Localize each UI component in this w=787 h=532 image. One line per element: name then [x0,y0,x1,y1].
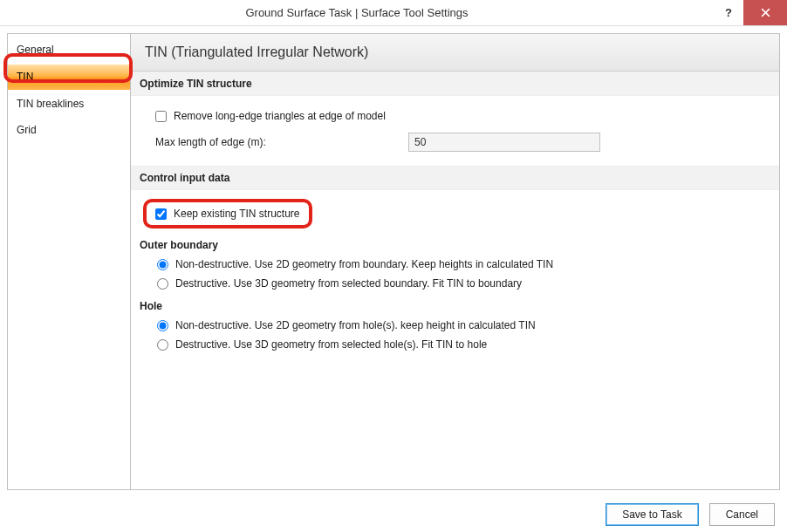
outer-nondestructive-label: Non-destructive. Use 2D geometry from bo… [175,258,553,270]
sidebar: General TIN TIN breaklines Grid [7,33,131,490]
hole-nondestructive-radio[interactable] [157,320,168,331]
hole-destructive-radio[interactable] [157,339,168,351]
save-to-task-button[interactable]: Save to Task [606,503,698,526]
keep-existing-checkbox[interactable] [155,208,167,220]
section-optimize-title: Optimize TIN structure [131,72,779,96]
section-control: Keep existing TIN structure [131,190,779,234]
outer-boundary-title: Outer boundary [140,239,779,251]
hole-nondestructive-label: Non-destructive. Use 2D geometry from ho… [175,319,536,331]
sidebar-item-tin-breaklines[interactable]: TIN breaklines [8,92,130,117]
cancel-button[interactable]: Cancel [709,503,775,526]
sidebar-item-grid[interactable]: Grid [8,118,130,143]
outer-nondestructive-radio[interactable] [157,259,168,270]
hole-destructive-label: Destructive. Use 3D geometry from select… [175,338,487,351]
titlebar: Ground Surface Task | Surface Tool Setti… [0,0,787,26]
window-title: Ground Surface Task | Surface Tool Setti… [0,6,714,19]
outer-destructive-label: Destructive. Use 3D geometry from select… [175,277,522,290]
help-button[interactable]: ? [714,0,743,25]
outer-destructive-radio[interactable] [157,278,168,290]
panel-heading: TIN (Triangulated Irregular Network) [131,34,779,72]
hole-group: Non-destructive. Use 2D geometry from ho… [157,319,779,351]
close-button[interactable] [743,0,787,25]
dialog-footer: Save to Task Cancel [0,497,787,532]
dialog-body: General TIN TIN breaklines Grid TIN (Tri… [0,26,787,497]
remove-long-edge-checkbox[interactable] [155,111,167,122]
sidebar-item-tin[interactable]: TIN [8,65,130,90]
outer-boundary-group: Non-destructive. Use 2D geometry from bo… [157,258,779,290]
max-length-input [408,133,600,152]
titlebar-controls: ? [714,0,787,25]
remove-long-edge-label: Remove long-edge triangles at edge of mo… [174,110,386,122]
section-control-title: Control input data [131,166,779,190]
close-icon [761,8,770,17]
max-length-label: Max length of edge (m): [155,136,408,148]
content-panel: TIN (Triangulated Irregular Network) Opt… [131,33,780,490]
keep-existing-label: Keep existing TIN structure [174,208,300,220]
section-optimize: Remove long-edge triangles at edge of mo… [131,96,779,166]
sidebar-item-general[interactable]: General [8,38,130,63]
hole-title: Hole [140,300,779,312]
annotation-highlight-keep-existing: Keep existing TIN structure [143,199,312,228]
